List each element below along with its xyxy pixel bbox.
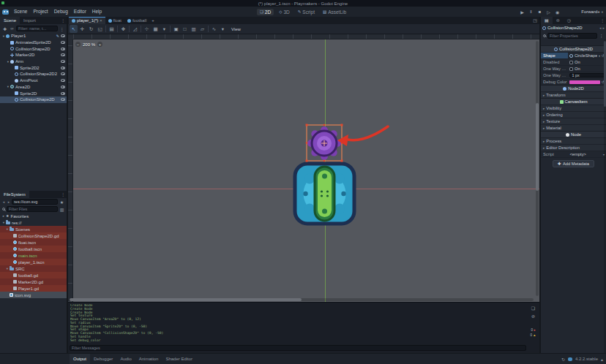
- visibility-toggle-icon[interactable]: [61, 98, 65, 101]
- file-src[interactable]: ▾SRC: [0, 265, 67, 272]
- movie-mode-button[interactable]: ◉: [554, 10, 561, 15]
- property-value[interactable]: On: [568, 59, 606, 65]
- snap-options-menu[interactable]: ▾: [160, 25, 168, 33]
- script-icon[interactable]: ✎: [56, 34, 59, 38]
- section-ordering[interactable]: ▸Ordering: [541, 111, 606, 118]
- dock-menu-icon[interactable]: ⋮: [59, 17, 67, 24]
- scene-node-collisionshape2d[interactable]: CollisionShape2D: [0, 96, 67, 103]
- add-metadata-button[interactable]: ✚Add Metadata: [553, 160, 594, 167]
- visibility-toggle-icon[interactable]: [61, 72, 65, 75]
- scene-node-player1[interactable]: ▾Player1✎: [0, 33, 67, 39]
- skeleton-menu[interactable]: ▾: [219, 25, 227, 33]
- property-label[interactable]: One Way Collision Margin: [541, 72, 568, 78]
- checkbox[interactable]: [569, 67, 573, 71]
- scene-tree-menu-icon[interactable]: ⋮: [59, 26, 65, 32]
- move-tool[interactable]: ✛: [78, 25, 86, 33]
- pause-button[interactable]: ‖: [528, 10, 534, 14]
- lock-selected-button[interactable]: ▣: [172, 25, 180, 33]
- renderer-dropdown[interactable]: Forward+ ▾: [581, 7, 603, 17]
- warning-filter-toggle[interactable]: 0▲: [531, 333, 536, 337]
- file-collisionshape2d-gd[interactable]: CollisionShape2D.gd: [0, 232, 67, 239]
- property-value[interactable]: CircleShape▾↺: [568, 53, 606, 58]
- property-value[interactable]: 1 px: [568, 72, 606, 78]
- grid-snap-toggle[interactable]: ▦: [152, 25, 160, 33]
- scene-tab-football[interactable]: football: [124, 17, 149, 24]
- file-football-gd[interactable]: football.gd: [0, 272, 67, 278]
- property-label[interactable]: Disabled: [541, 59, 568, 65]
- view-menu-button[interactable]: View: [229, 27, 243, 31]
- visibility-toggle-icon[interactable]: [61, 86, 65, 88]
- copy-log-button[interactable]: ❏: [530, 305, 536, 311]
- section-texture[interactable]: ▸Texture: [541, 118, 606, 124]
- scrollbar-thumb[interactable]: [70, 298, 302, 301]
- file-scenes[interactable]: ▾Scenes: [0, 226, 67, 232]
- group-selected-button[interactable]: ▥: [190, 25, 198, 33]
- file-res[interactable]: ▾res://: [0, 219, 67, 226]
- file-football-tscn[interactable]: football.tscn: [0, 246, 67, 252]
- workspace-3d[interactable]: ◇3D: [276, 9, 293, 15]
- file-player-1-tscn[interactable]: player_1.tscn: [0, 259, 67, 265]
- section-transform[interactable]: ▸Transform: [541, 91, 606, 98]
- file-filter-input[interactable]: [7, 206, 58, 212]
- visibility-toggle-icon[interactable]: [61, 34, 65, 37]
- visibility-toggle-icon[interactable]: [61, 60, 65, 63]
- rotate-tool[interactable]: ↻: [87, 25, 95, 33]
- update-spinner-icon[interactable]: ↻: [561, 357, 565, 362]
- file-marker2d-gd[interactable]: Marker2D.gd: [0, 278, 67, 285]
- resource-path-field[interactable]: [12, 199, 58, 205]
- new-scene-tab-button[interactable]: +: [149, 17, 157, 24]
- property-label[interactable]: Script: [541, 151, 568, 157]
- number-field[interactable]: 1 px: [569, 73, 605, 77]
- player-sprite[interactable]: [295, 164, 354, 224]
- visibility-toggle-icon[interactable]: [61, 53, 65, 56]
- edit-back-icon[interactable]: ◂: [599, 26, 602, 30]
- menu-project[interactable]: Project: [30, 7, 50, 17]
- favorite-toggle-icon[interactable]: ★: [59, 199, 65, 205]
- bottom-tab-output[interactable]: Output: [70, 354, 90, 364]
- scene-tab-float[interactable]: float: [105, 17, 124, 24]
- visibility-toggle-icon[interactable]: [61, 48, 65, 50]
- zoom-level[interactable]: 200 %: [83, 42, 95, 47]
- play-scene-button[interactable]: ▷: [545, 10, 552, 15]
- category-node[interactable]: Node: [541, 131, 606, 137]
- skeleton-options-button[interactable]: ∿: [210, 25, 218, 33]
- visibility-toggle-icon[interactable]: [61, 67, 65, 69]
- visibility-toggle-icon[interactable]: [61, 92, 65, 95]
- edit-forward-icon[interactable]: ▸: [602, 26, 605, 30]
- tab-node[interactable]: ⊚: [553, 17, 564, 24]
- dock-menu-icon[interactable]: ⋮: [599, 17, 606, 24]
- visibility-toggle-icon[interactable]: [61, 41, 65, 44]
- property-value[interactable]: ↺: [568, 79, 606, 85]
- scene-tab-player-1[interactable]: player_1(*)×: [69, 17, 105, 24]
- scene-node-arm[interactable]: ▾Arm: [0, 58, 67, 65]
- horizontal-scrollbar[interactable]: [70, 298, 534, 301]
- vertical-scrollbar[interactable]: [536, 41, 539, 296]
- section-process[interactable]: ▸Process: [541, 137, 606, 144]
- scene-filter-input[interactable]: [16, 26, 58, 31]
- history-forward-icon[interactable]: ▸: [7, 200, 11, 204]
- 2d-viewport[interactable]: − 200 % +: [68, 34, 539, 302]
- ungroup-selected-button[interactable]: ▱: [198, 25, 206, 33]
- section-material[interactable]: ▸Material: [541, 124, 606, 131]
- property-label[interactable]: Debug Color: [541, 79, 568, 85]
- file-favorites[interactable]: ▸★Favorites: [0, 213, 67, 219]
- menu-editor[interactable]: Editor: [71, 7, 89, 17]
- scene-node-animatedsprite2d[interactable]: AnimatedSprite2D: [0, 39, 67, 46]
- scene-node-collisionshape2d2[interactable]: CollisionShape2D2: [0, 71, 67, 77]
- section-editor-description[interactable]: ▸Editor Description: [541, 144, 606, 151]
- tab-filesystem[interactable]: FileSystem: [0, 191, 29, 198]
- file-player1-gd[interactable]: Player1.gd: [0, 285, 67, 292]
- property-label[interactable]: Shape: [541, 53, 568, 58]
- ruler-tool[interactable]: ◿: [131, 25, 139, 33]
- workspace-assetlib[interactable]: ▤AssetLib: [320, 9, 349, 15]
- smart-snap-toggle[interactable]: ⊹: [143, 25, 151, 33]
- tab-import[interactable]: Import: [20, 17, 40, 24]
- scene-node-area2d[interactable]: ▾Area2D: [0, 84, 67, 91]
- zoom-in-button[interactable]: +: [97, 42, 102, 47]
- select-tool[interactable]: ↖: [70, 25, 78, 33]
- unlock-selected-button[interactable]: □: [181, 25, 189, 33]
- menu-help[interactable]: Help: [89, 7, 105, 17]
- tab-inspector[interactable]: ▤: [541, 17, 553, 24]
- tab-scene[interactable]: Scene: [0, 17, 20, 24]
- section-visibility[interactable]: ▸Visibility: [541, 105, 606, 111]
